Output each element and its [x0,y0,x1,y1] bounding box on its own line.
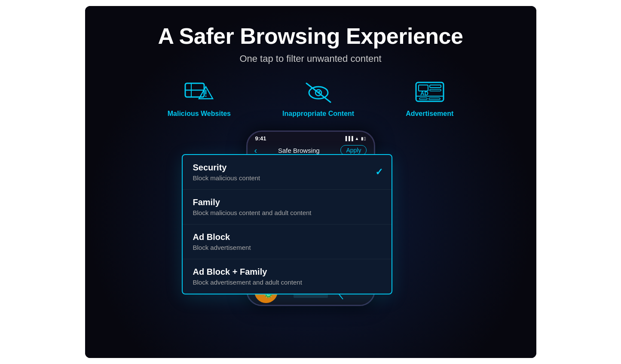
inappropriate-content-item: Inappropriate Content [282,80,354,118]
dropdown-family-title: Family [193,197,381,207]
malicious-websites-icon-box [184,80,214,106]
hero-subtitle: One tap to filter unwanted content [239,53,381,64]
battery-icon: ▮▯ [361,136,366,141]
malicious-websites-label: Malicious Websites [168,110,231,118]
dropdown-security-title: Security [193,163,381,173]
svg-text:AD: AD [420,90,428,97]
svg-point-5 [205,96,207,97]
dropdown-adblock-family-title: Ad Block + Family [193,267,381,277]
lower-section: 9:41 ▐▐▐ ▲ ▮▯ ‹ Safe Browsing Apply Filt… [94,130,528,306]
dropdown-adblock-family-sub: Block advertisement and adult content [193,279,381,286]
advertisement-label: Advertisement [406,110,453,118]
signal-icon: ▐▐▐ [344,136,353,141]
inappropriate-content-icon-box [303,80,334,106]
dropdown-adblock-sub: Block advertisement [193,244,381,251]
dropdown-card: Security Block malicious content ✓ Famil… [182,154,392,294]
icons-row: Malicious Websites Inappropriate Content [168,80,454,118]
dropdown-adblock-title: Ad Block [193,232,381,242]
phone-screen-title: Safe Browsing [278,147,320,154]
dropdown-item-security[interactable]: Security Block malicious content ✓ [183,155,392,190]
eye-blocked-icon [303,80,334,106]
ad-block-icon: AD [414,80,445,106]
phone-status-icons: ▐▐▐ ▲ ▮▯ [344,136,366,141]
malicious-websites-item: Malicious Websites [168,80,231,118]
selected-checkmark: ✓ [375,167,383,178]
svg-rect-12 [430,85,441,88]
dropdown-item-family[interactable]: Family Block malicious content and adult… [183,190,392,224]
hero-title: A Safer Browsing Experience [158,23,463,49]
phone-status-bar: 9:41 ▐▐▐ ▲ ▮▯ [248,132,374,142]
main-container: A Safer Browsing Experience One tap to f… [85,6,536,358]
wifi-icon: ▲ [355,136,359,141]
phone-time: 9:41 [255,135,266,142]
svg-rect-13 [430,89,441,91]
dropdown-security-sub: Block malicious content [193,174,381,182]
dropdown-item-adblock-family[interactable]: Ad Block + Family Block advertisement an… [183,259,392,294]
svg-rect-17 [429,98,440,100]
svg-rect-16 [419,98,427,100]
advertisement-item: AD Advertisement [406,80,453,118]
advertisement-icon-box: AD [414,80,445,106]
dropdown-family-sub: Block malicious content and adult conten… [193,209,381,216]
shield-warning-icon [184,80,214,106]
dropdown-item-adblock[interactable]: Ad Block Block advertisement [183,224,392,259]
inappropriate-content-label: Inappropriate Content [282,110,354,118]
